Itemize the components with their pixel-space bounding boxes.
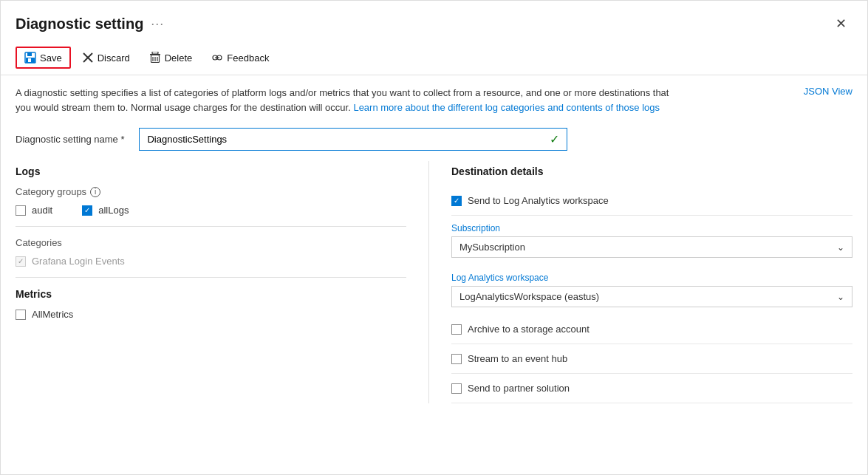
workspace-dropdown[interactable]: LogAnalyticsWorkspace (eastus) ⌄ [451,286,852,307]
setting-name-label: Diagnostic setting name * [16,134,124,145]
grafana-checkbox-item: Grafana Login Events [16,256,406,267]
log-analytics-checkbox[interactable] [451,196,462,206]
partner-checkbox[interactable] [451,383,462,394]
description-area: A diagnostic setting specifies a list of… [1,75,867,120]
right-panel: Destination details Send to Log Analytic… [429,161,852,403]
metrics-divider [16,277,406,278]
setting-name-input[interactable] [147,134,550,145]
delete-icon [149,52,161,64]
subscription-section: Subscription MySubscription ⌄ [451,216,852,258]
setting-name-row: Diagnostic setting name * ✓ [1,120,867,161]
logs-divider [16,226,406,227]
grafana-label: Grafana Login Events [32,256,125,267]
destination-section-title: Destination details [451,165,852,177]
workspace-section: Log Analytics workspace LogAnalyticsWork… [451,265,852,307]
info-icon[interactable]: i [90,187,100,197]
grafana-checkbox [16,256,26,267]
event-hub-label: Stream to an event hub [468,353,567,364]
workspace-label: Log Analytics workspace [451,273,852,283]
svg-rect-3 [28,58,31,62]
log-analytics-label: Send to Log Analytics workspace [468,195,609,206]
svg-rect-1 [27,52,32,56]
feedback-button[interactable]: Feedback [203,47,277,68]
workspace-chevron-icon: ⌄ [837,292,844,302]
subscription-label: Subscription [451,223,852,233]
dest-partner-row: Send to partner solution [451,374,852,403]
learn-more-link[interactable]: Learn more about the different log categ… [353,102,660,113]
discard-button[interactable]: Discard [74,47,138,68]
metrics-section: Metrics AllMetrics [16,288,406,320]
save-label: Save [40,52,62,64]
categories-section: Categories Grafana Login Events [16,237,406,267]
subscription-value: MySubscription [459,242,525,253]
svg-rect-7 [152,52,158,54]
allmetrics-label: AllMetrics [32,309,73,320]
audit-label: audit [32,205,52,216]
main-content: Logs Category groups i audit allLogs [1,161,867,403]
setting-name-input-wrapper: ✓ [139,128,567,151]
alllogs-checkbox[interactable] [82,205,92,216]
categories-label: Categories [16,237,406,248]
storage-checkbox[interactable] [451,324,462,335]
workspace-value: LogAnalyticsWorkspace (eastus) [459,291,599,302]
storage-label: Archive to a storage account [468,324,590,335]
subscription-dropdown[interactable]: MySubscription ⌄ [451,236,852,258]
allmetrics-checkbox-item: AllMetrics [16,309,406,320]
left-panel: Logs Category groups i audit allLogs [16,161,429,403]
dest-storage-row: Archive to a storage account [451,315,852,344]
save-icon [24,52,36,64]
feedback-icon [211,52,223,64]
discard-label: Discard [98,52,130,64]
category-groups-row: audit allLogs [16,205,406,216]
event-hub-checkbox[interactable] [451,354,462,364]
required-marker: * [120,134,124,145]
dialog-header: Diagnostic setting ··· ✕ [1,1,867,42]
toolbar: Save Discard D [1,42,867,75]
feedback-label: Feedback [227,52,269,64]
diagnostic-setting-dialog: Diagnostic setting ··· ✕ Save [0,0,868,475]
dest-log-analytics-row: Send to Log Analytics workspace [451,186,852,216]
dialog-title: Diagnostic setting [16,16,143,33]
json-view-link[interactable]: JSON View [804,86,852,97]
dialog-dots: ··· [151,16,164,32]
alllogs-label: allLogs [98,205,129,216]
valid-check-icon: ✓ [550,132,559,146]
allmetrics-checkbox[interactable] [16,310,26,320]
logs-section-title: Logs [16,165,406,177]
delete-label: Delete [165,52,193,64]
dest-event-hub-row: Stream to an event hub [451,344,852,374]
audit-checkbox[interactable] [16,205,26,216]
metrics-section-title: Metrics [16,288,406,300]
category-groups-label: Category groups i [16,186,406,197]
description-text: A diagnostic setting specifies a list of… [16,86,680,115]
save-button[interactable]: Save [16,47,71,69]
subscription-chevron-icon: ⌄ [837,242,844,253]
alllogs-checkbox-item: allLogs [82,205,129,216]
discard-icon [82,52,94,64]
partner-label: Send to partner solution [468,383,570,394]
close-button[interactable]: ✕ [830,13,852,35]
delete-button[interactable]: Delete [141,47,201,68]
audit-checkbox-item: audit [16,205,52,216]
